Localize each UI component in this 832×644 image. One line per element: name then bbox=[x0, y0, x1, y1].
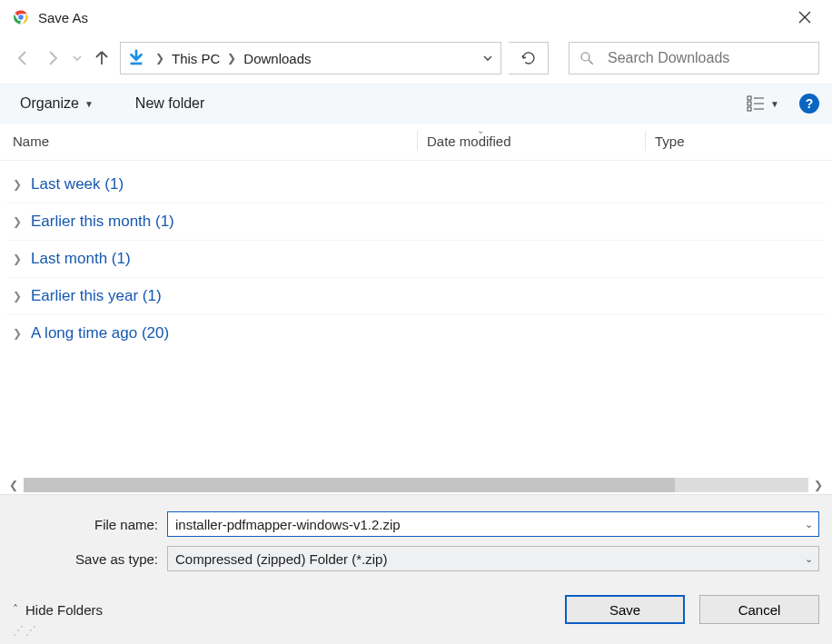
hide-folders-label: Hide Folders bbox=[25, 602, 103, 618]
toolbar: Organize ▼ New folder ▼ ? bbox=[0, 84, 832, 124]
column-name-label: Name bbox=[13, 134, 49, 149]
recent-dropdown-icon[interactable] bbox=[71, 47, 84, 69]
organize-button[interactable]: Organize ▼ bbox=[13, 92, 101, 115]
chevron-right-icon: ❯ bbox=[13, 327, 22, 340]
footer-row: ˄ Hide Folders Save Cancel bbox=[13, 595, 819, 624]
group-label: Earlier this year (1) bbox=[31, 287, 162, 305]
column-date-modified[interactable]: ⌄ Date modified bbox=[427, 134, 645, 149]
file-list: ❯ Last week (1) ❯ Earlier this month (1)… bbox=[0, 161, 832, 476]
chevron-right-icon[interactable]: ❯ bbox=[223, 52, 240, 64]
search-box[interactable] bbox=[569, 42, 819, 74]
up-button[interactable] bbox=[91, 47, 113, 69]
caret-down-icon: ▼ bbox=[770, 99, 779, 109]
breadcrumb-this-pc[interactable]: This PC bbox=[168, 51, 223, 66]
group-a-long-time-ago[interactable]: ❯ A long time ago (20) bbox=[7, 315, 825, 352]
group-last-week[interactable]: ❯ Last week (1) bbox=[7, 166, 825, 203]
scroll-track[interactable] bbox=[24, 478, 808, 492]
chrome-icon bbox=[13, 9, 29, 25]
caret-down-icon: ▼ bbox=[84, 99, 94, 109]
svg-rect-5 bbox=[748, 96, 751, 100]
svg-rect-6 bbox=[748, 102, 751, 105]
navigation-row: ❯ This PC ❯ Downloads bbox=[0, 35, 832, 84]
column-name[interactable]: Name bbox=[13, 134, 417, 149]
svg-point-4 bbox=[581, 53, 589, 61]
hide-folders-button[interactable]: ˄ Hide Folders bbox=[13, 602, 103, 618]
path-dropdown-icon[interactable] bbox=[475, 53, 500, 64]
sort-indicator-icon: ⌄ bbox=[477, 125, 484, 135]
title-bar: Save As bbox=[0, 0, 832, 35]
scroll-thumb[interactable] bbox=[24, 478, 675, 492]
column-type[interactable]: Type bbox=[655, 134, 819, 149]
new-folder-label: New folder bbox=[135, 95, 204, 112]
group-label: A long time ago (20) bbox=[31, 324, 169, 342]
column-type-label: Type bbox=[655, 134, 685, 149]
svg-rect-3 bbox=[131, 63, 143, 65]
path-box[interactable]: ❯ This PC ❯ Downloads bbox=[120, 42, 501, 74]
bottom-panel: File name: installer-pdfmapper-windows-v… bbox=[0, 494, 832, 644]
dropdown-icon[interactable]: ⌄ bbox=[798, 519, 818, 530]
scroll-left-icon[interactable]: ❮ bbox=[5, 479, 22, 491]
organize-label: Organize bbox=[20, 95, 79, 112]
column-headers: Name ⌄ Date modified Type bbox=[0, 124, 832, 161]
save-as-type-label: Save as type: bbox=[13, 551, 167, 567]
close-button[interactable] bbox=[787, 3, 823, 32]
filename-value: installer-pdfmapper-windows-v1.2.zip bbox=[175, 517, 798, 532]
group-earlier-this-year[interactable]: ❯ Earlier this year (1) bbox=[7, 278, 825, 315]
search-icon bbox=[579, 50, 595, 66]
filename-label: File name: bbox=[13, 517, 167, 532]
cancel-button[interactable]: Cancel bbox=[699, 595, 819, 624]
forward-button[interactable] bbox=[42, 47, 64, 69]
search-input[interactable] bbox=[606, 49, 809, 67]
group-label: Last week (1) bbox=[31, 175, 124, 193]
group-label: Last month (1) bbox=[31, 250, 131, 268]
filename-input[interactable]: installer-pdfmapper-windows-v1.2.zip ⌄ bbox=[167, 511, 819, 537]
save-button[interactable]: Save bbox=[565, 595, 685, 624]
new-folder-button[interactable]: New folder bbox=[128, 92, 212, 115]
dropdown-icon[interactable]: ⌄ bbox=[798, 553, 818, 565]
window-title: Save As bbox=[38, 10, 88, 25]
save-as-type-value: Compressed (zipped) Folder (*.zip) bbox=[175, 551, 798, 567]
chevron-right-icon: ❯ bbox=[13, 178, 22, 191]
save-as-type-select[interactable]: Compressed (zipped) Folder (*.zip) ⌄ bbox=[167, 546, 819, 571]
chevron-right-icon: ❯ bbox=[13, 215, 22, 228]
svg-rect-7 bbox=[748, 107, 751, 111]
refresh-button[interactable] bbox=[509, 42, 549, 74]
breadcrumb-downloads[interactable]: Downloads bbox=[240, 51, 314, 66]
scroll-right-icon[interactable]: ❯ bbox=[810, 479, 827, 491]
group-label: Earlier this month (1) bbox=[31, 213, 174, 231]
column-date-label: Date modified bbox=[427, 134, 511, 149]
chevron-right-icon[interactable]: ❯ bbox=[152, 52, 168, 64]
horizontal-scrollbar[interactable]: ❮ ❯ bbox=[0, 476, 832, 494]
chevron-right-icon: ❯ bbox=[13, 253, 22, 265]
group-earlier-this-month[interactable]: ❯ Earlier this month (1) bbox=[7, 203, 825, 241]
chevron-up-icon: ˄ bbox=[13, 603, 18, 616]
view-options-button[interactable]: ▼ bbox=[743, 92, 783, 115]
downloads-icon bbox=[121, 48, 152, 68]
chevron-right-icon: ❯ bbox=[13, 290, 22, 302]
resize-grip-icon[interactable]: ⋰⋰ bbox=[13, 628, 819, 633]
help-button[interactable]: ? bbox=[799, 94, 819, 114]
group-last-month[interactable]: ❯ Last month (1) bbox=[7, 241, 825, 278]
back-button[interactable] bbox=[13, 47, 35, 69]
